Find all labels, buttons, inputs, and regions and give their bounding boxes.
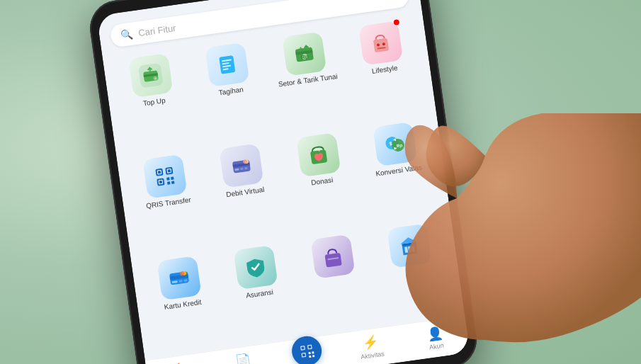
nav-mutasi[interactable]: 📄 Mutasi <box>225 351 263 364</box>
hand-overlay <box>344 113 641 354</box>
svg-rect-23 <box>167 169 171 173</box>
mutasi-icon: 📄 <box>234 352 252 364</box>
svg-rect-66 <box>312 351 314 353</box>
asuransi-icon <box>234 245 278 290</box>
lifestyle-badge <box>392 18 400 26</box>
app-item-debit[interactable]: Debit Virtual <box>202 137 288 244</box>
svg-rect-28 <box>171 177 174 181</box>
donasi-label: Donasi <box>311 176 334 188</box>
lifestyle-icon <box>358 21 403 65</box>
setor-label: Setor & Tarik Tunai <box>278 72 338 89</box>
setor-icon: Rp <box>282 31 327 76</box>
app-item-tagihan[interactable]: Tagihan <box>188 35 274 142</box>
nav-beranda[interactable]: 🏠 Beranda <box>160 360 198 364</box>
qris-icon <box>142 154 187 199</box>
svg-text:Rp: Rp <box>314 147 321 152</box>
svg-rect-68 <box>312 355 314 357</box>
tagihan-icon <box>205 42 249 87</box>
svg-rect-5 <box>219 55 235 74</box>
app-item-qris[interactable]: QRIS Transfer <box>125 148 212 255</box>
app-item-kartu[interactable]: Kartu Kredit <box>140 249 226 356</box>
svg-rect-20 <box>157 171 161 174</box>
search-placeholder: Cari Fitur <box>137 23 176 38</box>
svg-rect-62 <box>308 346 312 349</box>
home-icon: 🏠 <box>170 361 188 364</box>
app-item-topup[interactable]: + Top Up <box>111 47 198 154</box>
app-item-setor[interactable]: Rp Setor & Tarik Tunai <box>264 25 351 132</box>
qris-label: QRIS Transfer <box>145 196 191 211</box>
topup-label: Top Up <box>142 96 166 108</box>
hand-svg <box>344 113 641 354</box>
svg-rect-34 <box>241 168 244 171</box>
tagihan-label: Tagihan <box>218 86 244 98</box>
app-item-asuransi[interactable]: Asuransi <box>216 238 302 345</box>
topup-icon: + <box>128 53 173 98</box>
kartu-label: Kartu Kredit <box>164 297 202 311</box>
svg-rect-29 <box>167 182 171 186</box>
svg-rect-60 <box>301 346 305 350</box>
asuransi-label: Asuransi <box>245 288 273 300</box>
debit-icon <box>219 144 263 188</box>
svg-rect-27 <box>166 178 170 181</box>
svg-rect-30 <box>171 181 175 185</box>
kartu-icon <box>157 256 201 300</box>
svg-rect-35 <box>244 167 247 170</box>
debit-label: Debit Virtual <box>226 186 265 199</box>
nav-qris-button[interactable] <box>290 334 323 364</box>
svg-rect-51 <box>324 252 341 267</box>
svg-rect-67 <box>309 356 311 358</box>
svg-rect-26 <box>159 181 162 184</box>
donasi-icon: Rp <box>296 132 341 177</box>
nav-qris[interactable] <box>288 343 326 364</box>
svg-rect-64 <box>302 353 306 357</box>
svg-rect-14 <box>373 38 389 53</box>
search-icon: 🔍 <box>120 28 133 41</box>
svg-text:Rp: Rp <box>300 53 309 60</box>
lifestyle-label: Lifestyle <box>371 64 398 76</box>
svg-rect-65 <box>308 352 310 354</box>
app-item-lifestyle[interactable]: Lifestyle <box>341 14 428 121</box>
